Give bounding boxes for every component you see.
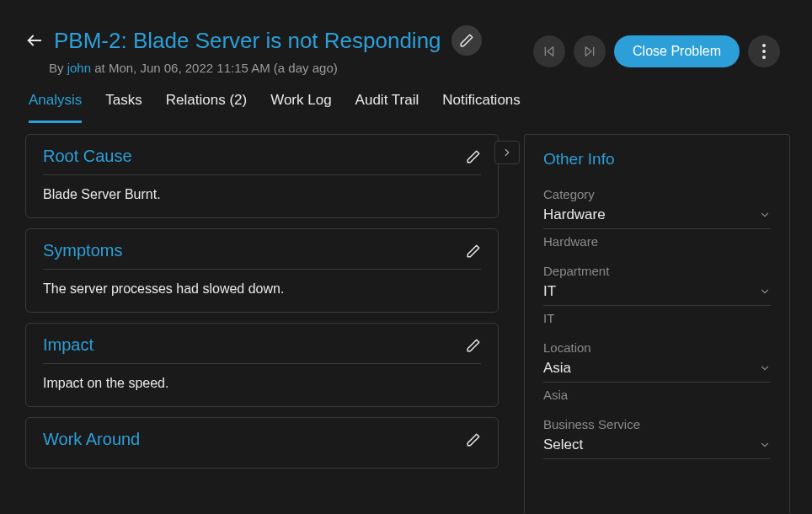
root-cause-card: Root Cause Blade Server Burnt. bbox=[25, 134, 499, 218]
byline: By john at Mon, Jun 06, 2022 11:15 AM (a… bbox=[49, 61, 482, 75]
field-subvalue: IT bbox=[543, 311, 771, 325]
skip-prev-icon bbox=[542, 45, 556, 58]
tab-audit-trail[interactable]: Audit Trail bbox=[355, 92, 419, 123]
field-label: Business Service bbox=[543, 417, 771, 431]
edit-work-around-button[interactable] bbox=[466, 432, 481, 447]
pencil-icon bbox=[466, 432, 481, 447]
field-label: Category bbox=[543, 187, 771, 201]
field-label: Department bbox=[543, 264, 771, 278]
card-title: Work Around bbox=[43, 430, 140, 449]
edit-title-button[interactable] bbox=[451, 25, 482, 56]
impact-card: Impact Impact on the speed. bbox=[25, 323, 499, 407]
tab-tasks[interactable]: Tasks bbox=[105, 92, 142, 123]
card-body: The server processes had slowed down. bbox=[43, 281, 481, 297]
card-title: Symptoms bbox=[43, 241, 122, 260]
chevron-right-icon bbox=[501, 147, 513, 158]
symptoms-card: Symptoms The server processes had slowed… bbox=[25, 228, 499, 313]
dots-icon bbox=[762, 44, 766, 47]
tab-relations[interactable]: Relations (2) bbox=[166, 92, 247, 123]
department-field: Department IT IT bbox=[543, 264, 771, 325]
pencil-icon bbox=[466, 338, 481, 353]
department-select[interactable]: IT bbox=[543, 283, 771, 306]
tab-analysis[interactable]: Analysis bbox=[29, 92, 82, 123]
edit-impact-button[interactable] bbox=[466, 338, 481, 353]
field-subvalue: Hardware bbox=[543, 234, 771, 249]
field-value: Asia bbox=[543, 360, 571, 377]
location-field: Location Asia Asia bbox=[543, 340, 771, 402]
chevron-down-icon bbox=[759, 439, 771, 451]
tab-bar: Analysis Tasks Relations (2) Work Log Au… bbox=[0, 75, 812, 124]
other-info-panel: Other Info Category Hardware Hardware De… bbox=[524, 134, 790, 513]
chevron-down-icon bbox=[759, 362, 771, 374]
svg-marker-1 bbox=[548, 47, 553, 56]
field-value: IT bbox=[543, 283, 556, 300]
author-link[interactable]: john bbox=[67, 61, 91, 75]
side-panel-title: Other Info bbox=[543, 150, 771, 169]
field-subvalue: Asia bbox=[543, 388, 771, 402]
more-menu-button[interactable] bbox=[748, 35, 780, 67]
chevron-down-icon bbox=[759, 209, 771, 221]
card-body: Impact on the speed. bbox=[43, 376, 481, 391]
skip-next-icon bbox=[583, 45, 596, 58]
card-title: Impact bbox=[43, 335, 93, 355]
collapse-side-panel-button[interactable] bbox=[494, 141, 520, 164]
business-service-field: Business Service Select bbox=[543, 417, 771, 459]
close-problem-button[interactable]: Close Problem bbox=[614, 35, 740, 67]
work-around-card: Work Around bbox=[25, 417, 499, 468]
tab-work-log[interactable]: Work Log bbox=[270, 92, 331, 123]
svg-marker-3 bbox=[585, 47, 591, 56]
pencil-icon bbox=[466, 244, 481, 259]
chevron-down-icon bbox=[759, 286, 771, 297]
field-label: Location bbox=[543, 340, 771, 355]
card-title: Root Cause bbox=[43, 147, 132, 166]
field-value: Hardware bbox=[543, 206, 606, 223]
prev-button[interactable] bbox=[533, 35, 565, 67]
back-button[interactable] bbox=[25, 31, 44, 50]
edit-symptoms-button[interactable] bbox=[466, 244, 481, 259]
pencil-icon bbox=[459, 33, 474, 48]
category-select[interactable]: Hardware bbox=[543, 206, 771, 229]
business-service-select[interactable]: Select bbox=[543, 436, 771, 459]
edit-root-cause-button[interactable] bbox=[466, 149, 481, 164]
card-body: Blade Server Burnt. bbox=[43, 187, 481, 202]
field-value: Select bbox=[543, 436, 583, 453]
next-button[interactable] bbox=[574, 35, 606, 67]
location-select[interactable]: Asia bbox=[543, 360, 771, 383]
category-field: Category Hardware Hardware bbox=[543, 187, 771, 249]
page-title: PBM-2: Blade Server is not Responding bbox=[54, 28, 441, 54]
tab-notifications[interactable]: Notifications bbox=[442, 92, 521, 123]
pencil-icon bbox=[466, 149, 481, 164]
